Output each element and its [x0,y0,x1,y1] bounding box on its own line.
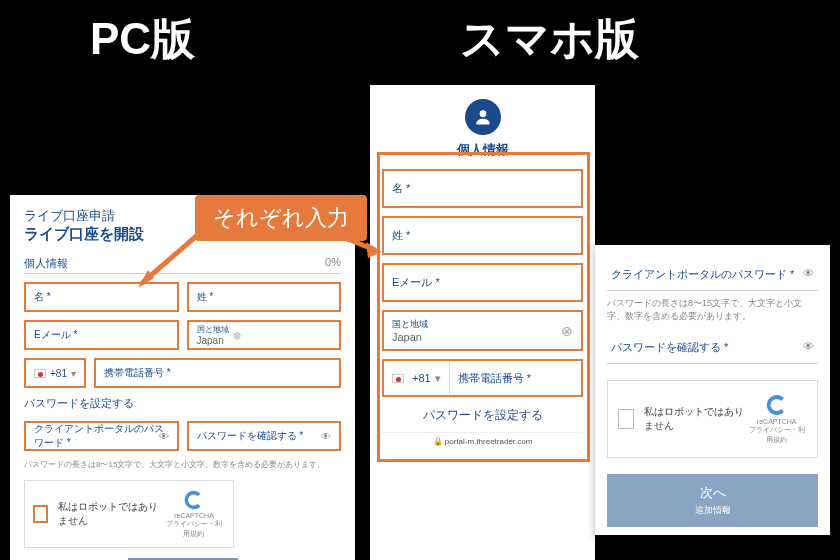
sp-recaptcha-widget[interactable]: 私はロボットではありません reCAPTCHA プライバシー・利用規約 [607,380,818,458]
country-field[interactable]: 国と地域 Japan ⊗ [187,320,342,350]
recaptcha-checkbox[interactable] [33,505,48,523]
flag-jp-icon [34,369,46,378]
sp-form-panel-2: クライアントポータルのパスワード * 👁 パスワードの長さは8〜15文字で、大文… [595,245,830,535]
sp-next-label: 次へ [700,485,726,500]
clear-icon[interactable]: ⊗ [561,323,573,339]
password-hint: パスワードの長さは8〜15文字で、大文字と小文字、数字を含める必要があります。 [24,459,341,470]
dial-code-field[interactable]: +81 ▾ [24,358,86,388]
password-label: クライアントポータルのパスワード * [34,422,169,450]
email-field[interactable]: Eメール * [24,320,179,350]
sp-password-confirm-label: パスワードを確認する * [611,341,728,353]
recaptcha-label: 私はロボットではありません [58,500,163,528]
sp-dial-code: +81 [412,372,431,384]
sp-country-label: 国と地域 [392,318,573,331]
country-label: 国と地域 [197,324,229,335]
sp-phone-row: +81 ▾ 携帯電話番号 * [382,359,583,397]
sp-password-hint: パスワードの長さは8〜15文字で、大文字と小文字、数字を含める必要があります。 [607,297,818,322]
recaptcha-logo: reCAPTCHA プライバシー・利用規約 [163,489,225,539]
person-icon [465,99,501,135]
sp-recaptcha-label: 私はロボットではありません [644,405,746,433]
sp-password-field[interactable]: クライアントポータルのパスワード * 👁 [607,259,818,291]
sp-email-field[interactable]: Eメール * [382,263,583,302]
dial-code: +81 [50,368,67,379]
pc-section-password: パスワードを設定する [24,396,341,413]
sp-next-button[interactable]: 次へ 追加情報 [607,474,818,527]
chevron-down-icon: ▾ [435,372,441,385]
sp-dial-code-field[interactable]: +81 ▾ [384,361,450,395]
recaptcha-logo: reCAPTCHA プライバシー・利用規約 [746,393,807,445]
sp-password-label: クライアントポータルのパスワード * [611,268,794,280]
sp-section-title: 個人情報 [382,141,583,159]
phone-field[interactable]: 携帯電話番号 * [94,358,341,388]
sp-password-section: パスワードを設定する [382,407,583,424]
recaptcha-widget[interactable]: 私はロボットではありません reCAPTCHA プライバシー・利用規約 [24,480,234,548]
sp-last-name-field[interactable]: 姓 * [382,216,583,255]
eye-icon[interactable]: 👁 [159,431,169,442]
svg-point-0 [479,110,486,117]
eye-icon[interactable]: 👁 [803,340,814,352]
password-confirm-label: パスワードを確認する * [197,429,304,443]
sp-form-panel-1: 個人情報 名 * 姓 * Eメール * 国と地域 Japan ⊗ +81 ▾ 携… [370,85,595,560]
sp-password-confirm-field[interactable]: パスワードを確認する * 👁 [607,332,818,364]
country-value: Japan [197,335,229,346]
sp-country-value: Japan [392,331,573,343]
sp-first-name-field[interactable]: 名 * [382,169,583,208]
header-pc: PC版 [90,10,195,69]
password-field[interactable]: クライアントポータルのパスワード * 👁 [24,421,179,451]
sp-phone-field[interactable]: 携帯電話番号 * [450,361,581,395]
clear-icon[interactable]: ⊗ [233,330,241,341]
sp-recaptcha-checkbox[interactable] [618,409,634,429]
sp-next-sublabel: 追加情報 [607,504,818,517]
chevron-down-icon: ▾ [71,368,76,379]
flag-jp-icon [392,374,404,383]
header-sp: スマホ版 [460,10,639,69]
sp-url-bar: 🔒 portal-m.threetrader.com [382,432,583,446]
sp-country-field[interactable]: 国と地域 Japan ⊗ [382,310,583,351]
pc-section-label: 個人情報 [24,256,68,271]
password-confirm-field[interactable]: パスワードを確認する * 👁 [187,421,342,451]
callout-label: それぞれ入力 [195,195,367,241]
eye-icon[interactable]: 👁 [803,267,814,279]
eye-icon[interactable]: 👁 [321,431,331,442]
